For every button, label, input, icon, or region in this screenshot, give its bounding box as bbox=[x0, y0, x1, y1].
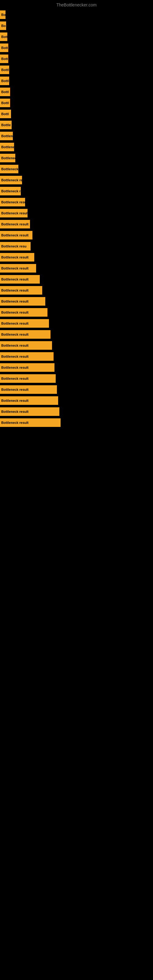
bar-row: Bottleneck result bbox=[0, 329, 153, 340]
bar-row: Bottleneck result bbox=[0, 340, 153, 351]
bar-30: Bottleneck result bbox=[0, 341, 52, 350]
bar-row: Bottl bbox=[0, 64, 153, 75]
bar-label-31: Bottleneck result bbox=[1, 355, 29, 358]
bar-row: Bottl bbox=[0, 86, 153, 97]
bar-label-4: Bott bbox=[1, 57, 8, 60]
bar-label-35: Bottleneck result bbox=[1, 399, 29, 402]
bar-row: Bottleneck result bbox=[0, 406, 153, 417]
bar-29: Bottleneck result bbox=[0, 330, 51, 339]
bar-label-20: Bottleneck result bbox=[1, 233, 29, 237]
bar-10: Bottle bbox=[0, 121, 12, 129]
bar-label-13: Bottlenec bbox=[1, 156, 15, 160]
bar-row: Bottleneck result bbox=[0, 296, 153, 307]
bar-row: Bottleneck res bbox=[0, 186, 153, 197]
bar-label-29: Bottleneck result bbox=[1, 332, 29, 336]
bar-label-21: Bottleneck resu bbox=[1, 244, 27, 248]
bar-label-33: Bottleneck result bbox=[1, 377, 29, 380]
bar-label-1: Bo bbox=[1, 24, 6, 27]
bar-31: Bottleneck result bbox=[0, 352, 54, 361]
bar-row: Bottleneck result bbox=[0, 318, 153, 329]
bar-row: Bottle bbox=[0, 119, 153, 130]
bar-28: Bottleneck result bbox=[0, 319, 49, 328]
bar-row: Bottleneck result bbox=[0, 252, 153, 263]
bar-label-26: Bottleneck result bbox=[1, 299, 29, 303]
bar-13: Bottlenec bbox=[0, 154, 15, 162]
main-container: TheBottlenecker.com BoBoBottBottBottBott… bbox=[0, 0, 153, 428]
bar-row: Bottleneck result bbox=[0, 384, 153, 395]
bar-row: Bottleneck resu bbox=[0, 241, 153, 252]
bar-label-25: Bottleneck result bbox=[1, 288, 29, 292]
bar-row: Bottleneck result bbox=[0, 263, 153, 274]
bar-label-14: Bottleneck r bbox=[1, 167, 18, 171]
bar-row: Bottleneck result bbox=[0, 219, 153, 230]
bar-row: Bottleneck r bbox=[0, 164, 153, 175]
bar-row: Bott bbox=[0, 31, 153, 42]
bar-row: Bottleneck result bbox=[0, 417, 153, 428]
bar-36: Bottleneck result bbox=[0, 407, 59, 416]
bar-label-18: Bottleneck result bbox=[1, 211, 27, 215]
bar-row: Bottlen bbox=[0, 130, 153, 142]
bar-label-36: Bottleneck result bbox=[1, 410, 29, 414]
bar-24: Bottleneck result bbox=[0, 275, 40, 283]
bar-33: Bottleneck result bbox=[0, 374, 56, 383]
bar-row: Bottl bbox=[0, 108, 153, 119]
bar-row: Bottlene bbox=[0, 142, 153, 153]
bar-label-10: Bottle bbox=[1, 123, 11, 127]
bar-26: Bottleneck result bbox=[0, 297, 45, 305]
bar-row: Bottleneck result bbox=[0, 285, 153, 296]
bar-label-8: Bottl bbox=[1, 101, 9, 105]
bar-label-7: Bottl bbox=[1, 90, 9, 94]
bar-11: Bottlen bbox=[0, 132, 13, 140]
bar-label-28: Bottleneck result bbox=[1, 321, 29, 325]
bar-row: Bottlenec bbox=[0, 153, 153, 164]
bar-row: Bottl bbox=[0, 75, 153, 86]
bar-4: Bott bbox=[0, 54, 8, 63]
bar-23: Bottleneck result bbox=[0, 264, 36, 272]
bar-label-12: Bottlene bbox=[1, 145, 14, 149]
bar-32: Bottleneck result bbox=[0, 363, 54, 372]
bar-label-9: Bottl bbox=[1, 112, 9, 116]
bar-row: Bo bbox=[0, 20, 153, 31]
bar-label-11: Bottlen bbox=[1, 134, 13, 138]
bar-35: Bottleneck result bbox=[0, 396, 58, 405]
bar-row: Bottleneck result bbox=[0, 351, 153, 362]
bar-row: Bott bbox=[0, 42, 153, 53]
bar-21: Bottleneck resu bbox=[0, 242, 30, 250]
bar-row: Bottleneck result bbox=[0, 362, 153, 373]
bar-9: Bottl bbox=[0, 110, 11, 118]
site-title: TheBottlenecker.com bbox=[0, 0, 153, 9]
bar-0: Bo bbox=[0, 10, 5, 19]
bar-8: Bottl bbox=[0, 99, 10, 107]
bar-37: Bottleneck result bbox=[0, 418, 61, 427]
bar-row: Bottl bbox=[0, 97, 153, 108]
bar-label-17: Bottleneck result bbox=[1, 200, 25, 204]
bars-container: BoBoBottBottBottBottlBottlBottlBottlBott… bbox=[0, 9, 153, 428]
bar-row: Bottleneck result bbox=[0, 395, 153, 406]
bar-label-27: Bottleneck result bbox=[1, 310, 29, 314]
bar-row: Bottleneck result bbox=[0, 197, 153, 208]
bar-row: Bott bbox=[0, 53, 153, 64]
bar-27: Bottleneck result bbox=[0, 308, 48, 317]
bar-label-30: Bottleneck result bbox=[1, 344, 29, 347]
bar-3: Bott bbox=[0, 43, 8, 52]
bar-label-3: Bott bbox=[1, 46, 8, 49]
bar-34: Bottleneck result bbox=[0, 385, 57, 394]
bar-row: Bottleneck result bbox=[0, 373, 153, 384]
bar-label-15: Bottleneck resu bbox=[1, 178, 22, 182]
bar-label-22: Bottleneck result bbox=[1, 255, 29, 259]
bar-1: Bo bbox=[0, 21, 6, 30]
bar-label-24: Bottleneck result bbox=[1, 277, 29, 281]
bar-label-32: Bottleneck result bbox=[1, 366, 29, 369]
bar-label-34: Bottleneck result bbox=[1, 388, 29, 391]
bar-17: Bottleneck result bbox=[0, 198, 25, 207]
bar-12: Bottlene bbox=[0, 143, 14, 151]
bar-25: Bottleneck result bbox=[0, 286, 42, 294]
bar-18: Bottleneck result bbox=[0, 209, 27, 218]
bar-row: Bo bbox=[0, 9, 153, 20]
bar-16: Bottleneck res bbox=[0, 187, 21, 196]
bar-15: Bottleneck resu bbox=[0, 176, 22, 185]
bar-row: Bottleneck result bbox=[0, 208, 153, 219]
bar-label-23: Bottleneck result bbox=[1, 266, 29, 270]
bar-label-0: Bo bbox=[1, 13, 5, 16]
bar-label-2: Bott bbox=[1, 35, 7, 38]
